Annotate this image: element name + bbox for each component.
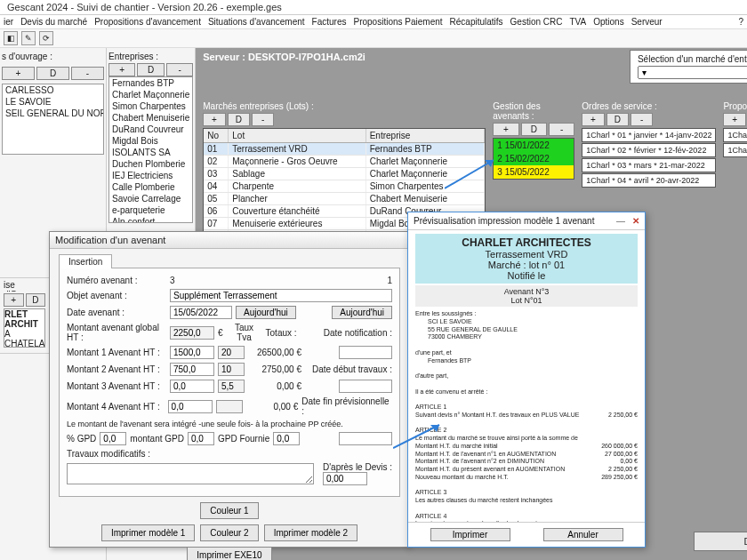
- minus-button[interactable]: -: [549, 123, 574, 136]
- print-button[interactable]: Imprimer: [430, 528, 510, 541]
- list-item[interactable]: Migdal Bois: [109, 135, 192, 147]
- list-item[interactable]: 1Charl * S01 * L01 * mai *: [723, 128, 747, 142]
- menu-item[interactable]: Options: [593, 17, 623, 27]
- ouvrage-list[interactable]: CARLESSO LE SAVOIE SEIL GENERAL DU NORD: [2, 84, 104, 155]
- debut-input[interactable]: [339, 380, 392, 393]
- list-item[interactable]: ISOLANTS SA: [109, 147, 192, 158]
- close-icon[interactable]: ✕: [632, 216, 639, 226]
- color2-button[interactable]: Couleur 2: [200, 524, 258, 541]
- add-button[interactable]: +: [2, 67, 35, 80]
- add-button[interactable]: +: [493, 123, 518, 136]
- add-button[interactable]: +: [723, 113, 745, 126]
- trav-label: Travaux modificatifs :: [67, 449, 166, 459]
- trav-textarea[interactable]: [67, 463, 314, 484]
- d-button[interactable]: D: [228, 113, 250, 126]
- m2-input[interactable]: [170, 363, 214, 376]
- notif-input[interactable]: [339, 346, 392, 359]
- print1-button[interactable]: Imprimer modèle 1: [101, 524, 195, 541]
- gpdf-input[interactable]: [273, 432, 300, 445]
- list-item[interactable]: 1Charl * S02 * L01 * juille: [723, 143, 747, 157]
- list-item[interactable]: 2 15/02/2022: [494, 152, 574, 165]
- m4-input[interactable]: [168, 400, 213, 413]
- list-item[interactable]: IEJ Electriciens: [109, 170, 192, 181]
- list-item[interactable]: Savoie Carrelage: [109, 193, 192, 204]
- minus-button[interactable]: -: [631, 113, 653, 126]
- d-button[interactable]: D: [137, 63, 164, 76]
- list-item[interactable]: LE SAVOIE: [3, 96, 103, 108]
- obj-input[interactable]: [170, 289, 392, 302]
- menu-item[interactable]: Gestion CRC: [510, 17, 563, 27]
- add-button[interactable]: +: [108, 63, 135, 76]
- market-select[interactable]: ▾: [638, 66, 747, 79]
- d-button[interactable]: D: [606, 113, 629, 126]
- menu-item[interactable]: Factures: [312, 17, 347, 27]
- entreprises-list[interactable]: Fernandes BTP Charlet Maçonnerie Simon C…: [108, 76, 193, 223]
- avenants-list[interactable]: 1 15/01/2022 2 15/02/2022 3 15/05/2022: [493, 138, 574, 180]
- print2-button[interactable]: Imprimer modèle 2: [264, 524, 357, 541]
- list-item[interactable]: 1Charl * 03 * mars * 21-mar-2022: [582, 158, 716, 172]
- list-item[interactable]: Duchen Plomberie: [109, 158, 192, 170]
- add-button[interactable]: +: [582, 113, 604, 126]
- list-item[interactable]: 1Charl * 04 * avril * 20-avr-2022: [582, 173, 716, 188]
- list-item[interactable]: SEIL GENERAL DU NORD: [3, 108, 103, 119]
- m3-input[interactable]: [170, 380, 214, 393]
- list-item[interactable]: 1Charl * 02 * février * 12-fév-2022: [582, 143, 716, 157]
- menu-item[interactable]: Situations d'avancement: [208, 17, 305, 27]
- list-item[interactable]: RLET ARCHIT: [4, 309, 44, 329]
- minus-button[interactable]: -: [166, 63, 193, 76]
- menu-item[interactable]: Propositions d'avancement: [94, 17, 201, 27]
- today-button[interactable]: Aujourd'hui: [332, 306, 392, 319]
- menu-item[interactable]: Récapitulatifs: [450, 17, 503, 27]
- add-button[interactable]: +: [4, 293, 24, 307]
- list-item[interactable]: Chabert Menuiserie: [109, 112, 192, 124]
- table-row[interactable]: 01Terrassement VRDFernandes BTP: [204, 143, 485, 156]
- list-item[interactable]: Calle Plomberie: [109, 181, 192, 193]
- list-item[interactable]: e-parqueterie: [109, 204, 192, 216]
- menu-item[interactable]: Serveur: [631, 17, 663, 27]
- menu-item[interactable]: Propositions Paiement: [353, 17, 442, 27]
- devis-input[interactable]: [323, 472, 367, 485]
- list-item[interactable]: 1Charl * 01 * janvier * 14-janv-2022: [582, 128, 716, 142]
- list-item[interactable]: DuRand Couvreur: [109, 124, 192, 135]
- list-item[interactable]: 3 15/05/2022: [494, 165, 574, 179]
- d-button[interactable]: D: [36, 67, 69, 80]
- minimize-icon[interactable]: —: [616, 216, 625, 226]
- d-button[interactable]: D: [521, 123, 547, 136]
- preview-title: Prévisualisation impression modèle 1 ave…: [414, 216, 594, 226]
- minus-button[interactable]: -: [71, 67, 104, 80]
- printexe-button[interactable]: Imprimer EXE10: [187, 547, 271, 560]
- add-button[interactable]: +: [203, 113, 225, 126]
- today-button[interactable]: Aujourd'hui: [236, 306, 296, 319]
- d-button[interactable]: D: [26, 293, 46, 307]
- list-item[interactable]: CARLESSO: [3, 84, 103, 96]
- menu-item[interactable]: Devis du marché: [20, 17, 87, 27]
- table-row[interactable]: 03SablageCharlet Maçonnerie: [204, 168, 485, 180]
- table-row[interactable]: 02Maçonnerie - Gros OeuvreCharlet Maçonn…: [204, 156, 485, 168]
- col-no: No: [204, 129, 229, 142]
- gpd-input[interactable]: [100, 432, 126, 445]
- m1-input[interactable]: [170, 346, 214, 359]
- menu-item[interactable]: ier: [4, 17, 13, 27]
- list-item[interactable]: 1 15/01/2022: [494, 139, 574, 152]
- tab-insertion[interactable]: Insertion: [59, 254, 112, 268]
- list-item[interactable]: Charlet Maçonnerie: [109, 89, 192, 100]
- ordres-label: Ordres de service :: [582, 101, 716, 111]
- color1-button[interactable]: Couleur 1: [200, 502, 258, 519]
- list-item[interactable]: A CHATELAIN: [4, 329, 44, 348]
- minus-button[interactable]: -: [252, 113, 274, 126]
- list-item[interactable]: Simon Charpentes: [109, 100, 192, 112]
- date-input[interactable]: [170, 306, 232, 319]
- list-item[interactable]: Fernandes BTP: [109, 77, 192, 89]
- gpdm-input[interactable]: [188, 432, 214, 445]
- tool-icon[interactable]: ⟳: [39, 31, 53, 45]
- table-row[interactable]: 05PlancherChabert Menuiserie: [204, 193, 485, 205]
- fin-input[interactable]: [339, 432, 392, 445]
- cancel-button[interactable]: Annuler: [543, 528, 623, 541]
- tool-icon[interactable]: ✎: [21, 31, 36, 45]
- tool-icon[interactable]: ◧: [4, 31, 18, 45]
- table-row[interactable]: 04CharpenteSimon Charpentes: [204, 180, 485, 193]
- list-item[interactable]: Alp-confort: [109, 216, 192, 223]
- duplicate-button[interactable]: Dupliquer: [694, 532, 747, 551]
- menu-item[interactable]: ?: [738, 17, 743, 27]
- menu-item[interactable]: TVA: [569, 17, 586, 27]
